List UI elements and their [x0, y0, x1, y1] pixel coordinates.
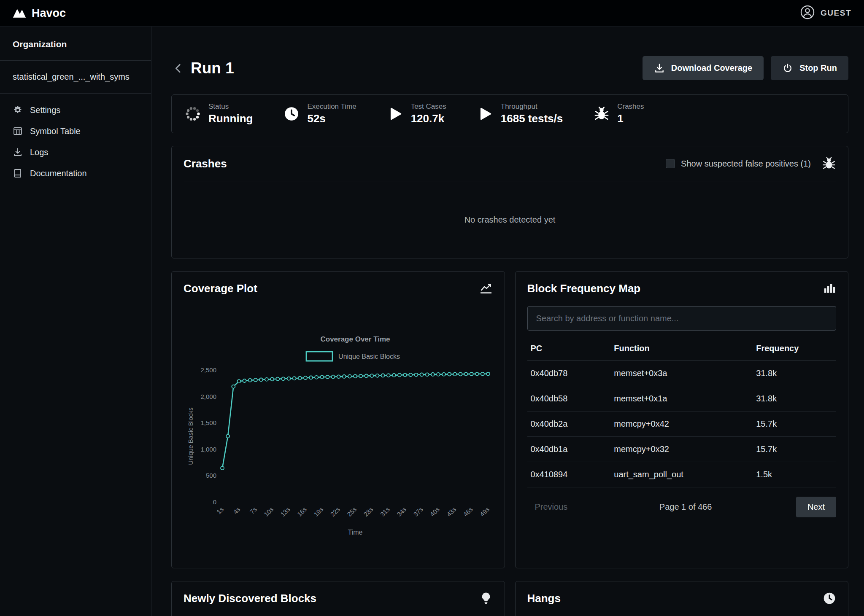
- avatar-icon: [800, 5, 815, 22]
- stat-label: Test Cases: [411, 102, 446, 111]
- svg-text:34s: 34s: [395, 506, 408, 518]
- block-frequency-card: Block Frequency Map PC Function Frequenc…: [515, 271, 849, 568]
- crashes-empty-state: No crashes detected yet: [172, 181, 848, 258]
- brand: Havoc: [13, 7, 66, 20]
- crashes-card-header: Crashes Show suspected false positives (…: [172, 146, 848, 181]
- table-row[interactable]: 0x40db2a memcpy+0x42 15.7k: [527, 412, 837, 437]
- back-button[interactable]: [171, 61, 186, 75]
- newly-discovered-card: Newly Discovered Blocks: [171, 581, 505, 616]
- false-positives-toggle[interactable]: Show suspected false positives (1): [666, 159, 811, 169]
- sidebar-item-label: Logs: [30, 148, 48, 157]
- svg-text:43s: 43s: [445, 506, 457, 518]
- cell-function: memcpy+0x42: [610, 412, 753, 437]
- coverage-plot-header: Coverage Plot: [184, 282, 493, 295]
- sidebar-item-label: Symbol Table: [30, 126, 81, 136]
- sidebar-item-label: Settings: [30, 105, 60, 115]
- table-row[interactable]: 0x40db78 memset+0x3a 31.8k: [527, 361, 837, 386]
- stat-value: 1: [617, 112, 644, 125]
- column-header-pc: PC: [527, 336, 611, 361]
- block-frequency-title: Block Frequency Map: [527, 282, 641, 295]
- sidebar-item-symbol-table[interactable]: Symbol Table: [0, 121, 151, 142]
- false-positives-checkbox[interactable]: [666, 159, 675, 168]
- svg-text:46s: 46s: [462, 506, 474, 518]
- cell-pc: 0x40db58: [527, 386, 611, 412]
- next-button[interactable]: Next: [796, 497, 836, 517]
- hangs-card: Hangs: [515, 581, 849, 616]
- svg-text:16s: 16s: [296, 506, 308, 518]
- play-icon: [477, 105, 494, 122]
- download-coverage-button[interactable]: Download Coverage: [643, 56, 764, 80]
- svg-text:31s: 31s: [379, 506, 391, 518]
- download-icon: [13, 147, 23, 157]
- stop-run-button[interactable]: Stop Run: [771, 56, 848, 80]
- hangs-title: Hangs: [527, 592, 561, 605]
- bar-chart-icon: [823, 282, 836, 295]
- chevron-left-icon: [172, 62, 185, 75]
- svg-text:Coverage Over Time: Coverage Over Time: [320, 335, 390, 343]
- power-icon: [782, 63, 793, 74]
- svg-text:2,500: 2,500: [200, 366, 216, 374]
- cell-function: memcpy+0x32: [610, 437, 753, 462]
- svg-text:Time: Time: [348, 529, 363, 536]
- cell-function: uart_sam_poll_out: [610, 462, 753, 487]
- coverage-plot-card: Coverage Plot Coverage Over TimeUnique B…: [171, 271, 505, 568]
- book-icon: [13, 168, 23, 178]
- svg-text:22s: 22s: [329, 506, 341, 518]
- svg-text:1,000: 1,000: [200, 446, 216, 453]
- bottom-row: Newly Discovered Blocks Hangs: [171, 581, 848, 616]
- spinner-icon: [184, 105, 201, 122]
- crashes-title: Crashes: [184, 157, 227, 170]
- table-row[interactable]: 0x40db1a memcpy+0x32 15.7k: [527, 437, 837, 462]
- svg-text:1,500: 1,500: [200, 419, 216, 426]
- page-info: Page 1 of 466: [575, 502, 796, 512]
- cell-frequency: 31.8k: [753, 386, 836, 412]
- stat-value: Running: [208, 112, 253, 125]
- lightbulb-icon: [479, 592, 493, 605]
- block-frequency-header: Block Frequency Map: [527, 282, 837, 295]
- cell-pc: 0x40db78: [527, 361, 611, 386]
- table-icon: [13, 126, 23, 136]
- column-header-frequency: Frequency: [753, 336, 836, 361]
- stop-run-label: Stop Run: [799, 63, 837, 73]
- project-name[interactable]: statistical_green_..._with_syms: [0, 61, 151, 93]
- stat-test-cases: Test Cases 120.7k: [387, 102, 446, 125]
- stats-card: Status Running Execution Time 52s Test C…: [171, 94, 848, 133]
- brand-name: Havoc: [32, 7, 66, 20]
- svg-text:2,000: 2,000: [200, 393, 216, 400]
- false-positives-label: Show suspected false positives (1): [681, 159, 811, 169]
- block-frequency-table: PC Function Frequency 0x40db78 memset+0x…: [527, 336, 837, 487]
- stat-throughput: Throughput 1685 tests/s: [477, 102, 563, 125]
- user-menu[interactable]: GUEST: [800, 5, 851, 22]
- sidebar-nav: Settings Symbol Table Logs Documentation: [0, 94, 151, 190]
- svg-text:19s: 19s: [312, 506, 324, 518]
- cell-pc: 0x40db2a: [527, 412, 611, 437]
- svg-text:37s: 37s: [412, 506, 424, 518]
- sidebar-item-documentation[interactable]: Documentation: [0, 163, 151, 184]
- stat-label: Execution Time: [307, 102, 356, 111]
- svg-text:0: 0: [213, 498, 216, 506]
- block-search-input[interactable]: [527, 306, 837, 331]
- previous-button[interactable]: Previous: [527, 497, 575, 517]
- cell-frequency: 15.7k: [753, 412, 836, 437]
- stat-label: Throughput: [501, 102, 563, 111]
- clock-icon: [283, 105, 300, 122]
- svg-text:40s: 40s: [429, 506, 441, 518]
- svg-text:Unique Basic Blocks: Unique Basic Blocks: [187, 407, 194, 465]
- svg-text:500: 500: [206, 472, 216, 479]
- table-row[interactable]: 0x40db58 memset+0x1a 31.8k: [527, 386, 837, 412]
- run-header: Run 1 Download Coverage Stop Run: [171, 56, 848, 80]
- page-title: Run 1: [191, 59, 234, 77]
- svg-text:7s: 7s: [248, 506, 258, 515]
- newly-discovered-title: Newly Discovered Blocks: [184, 592, 316, 605]
- cell-pc: 0x40db1a: [527, 437, 611, 462]
- play-icon: [387, 105, 404, 122]
- svg-text:25s: 25s: [346, 506, 358, 518]
- svg-text:13s: 13s: [279, 506, 291, 518]
- table-row[interactable]: 0x410894 uart_sam_poll_out 1.5k: [527, 462, 837, 487]
- sidebar-item-settings[interactable]: Settings: [0, 100, 151, 121]
- bug-icon: [593, 105, 610, 122]
- gear-icon: [13, 105, 23, 115]
- stat-value: 52s: [307, 112, 356, 125]
- sidebar-item-logs[interactable]: Logs: [0, 142, 151, 163]
- sidebar-item-label: Documentation: [30, 169, 87, 178]
